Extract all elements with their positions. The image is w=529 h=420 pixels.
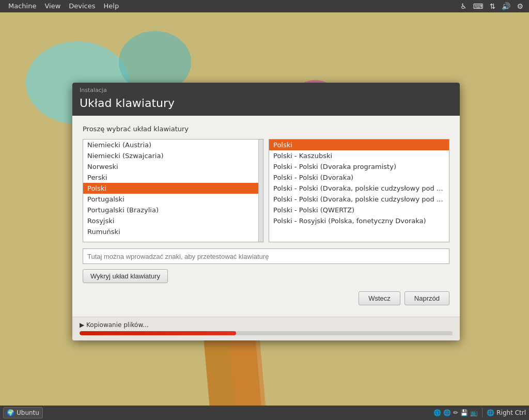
taskbar-app-item[interactable]: 🌍 Ubuntu: [3, 407, 43, 418]
taskbar-right: 🌐 🌐 ✏ 💾 📺 🌐 Right Ctrl: [433, 408, 526, 417]
accessibility-icon[interactable]: ♿: [459, 2, 469, 10]
volume-icon[interactable]: 🔊: [500, 2, 512, 10]
menu-view[interactable]: View: [40, 0, 65, 12]
progress-bar-fill: [80, 331, 236, 335]
variant-item[interactable]: Polski - Polski (Dvoraka): [269, 172, 449, 183]
nav-buttons: Wstecz Naprzód: [83, 291, 449, 305]
taskbar-icon1[interactable]: 🌐: [433, 409, 441, 416]
list-item[interactable]: Rumuński: [83, 226, 263, 237]
keyboard-test-input[interactable]: [83, 248, 449, 264]
menu-machine[interactable]: Machine: [4, 0, 40, 12]
taskbar-icon5[interactable]: 📺: [470, 409, 478, 416]
next-button[interactable]: Naprzód: [404, 291, 449, 305]
dialog-subtitle: Instalacja: [80, 87, 453, 94]
progress-label: ▶ Kopiowanie plików...: [80, 321, 453, 329]
list-item[interactable]: Portugalski: [83, 194, 263, 205]
taskbar-icon2[interactable]: 🌐: [443, 409, 451, 416]
taskbar-icon6[interactable]: 🌐: [487, 409, 494, 416]
list-item-selected[interactable]: Polski: [83, 183, 263, 194]
left-scrollbar-thumb[interactable]: [259, 206, 263, 223]
dialog-title: Układ klawiatury: [80, 97, 453, 110]
taskbar-divider: [482, 408, 483, 417]
menubar: Machine View Devices Help ♿ ⌨ ⇅ 🔊 ⚙: [0, 0, 529, 12]
keyboard-icon[interactable]: ⌨: [471, 2, 485, 10]
left-scrollbar[interactable]: [258, 139, 263, 242]
list-item[interactable]: Niemiecki (Austria): [83, 139, 263, 150]
taskbar-icon4[interactable]: 💾: [460, 409, 468, 416]
taskbar-label: Ubuntu: [17, 409, 39, 416]
menu-help[interactable]: Help: [100, 0, 123, 12]
menu-devices[interactable]: Devices: [65, 0, 99, 12]
detect-layout-button[interactable]: Wykryj układ klawiatury: [83, 269, 168, 283]
variant-item[interactable]: Polski - Polski (Dvoraka, polskie cudzys…: [269, 183, 449, 194]
list-item[interactable]: Niemiecki (Szwajcaria): [83, 150, 263, 161]
right-ctrl-label: Right Ctrl: [496, 409, 526, 416]
progress-bar: [80, 331, 453, 335]
list-item[interactable]: Perski: [83, 172, 263, 183]
variant-item[interactable]: Polski - Polski (QWERTZ): [269, 205, 449, 215]
list-item[interactable]: Rosyjski: [83, 215, 263, 226]
list-item[interactable]: Norweski: [83, 161, 263, 172]
lists-container: Niemiecki (Austria) Niemiecki (Szwajcari…: [83, 139, 449, 242]
dialog-content: Proszę wybrać układ klawiatury Niemiecki…: [72, 116, 460, 317]
dialog-window: Instalacja Układ klawiatury Proszę wybra…: [72, 83, 460, 340]
progress-area: ▶ Kopiowanie plików...: [72, 317, 460, 340]
network-icon[interactable]: ⇅: [488, 2, 497, 10]
dialog-header: Instalacja Układ klawiatury: [72, 83, 460, 116]
variant-item[interactable]: Polski - Kaszubski: [269, 150, 449, 161]
back-button[interactable]: Wstecz: [359, 291, 400, 305]
variant-list[interactable]: Polski Polski - Kaszubski Polski - Polsk…: [269, 139, 449, 242]
taskbar-icon3[interactable]: ✏: [453, 409, 458, 416]
variant-item[interactable]: Polski - Polski (Dvoraka programisty): [269, 161, 449, 172]
settings-icon[interactable]: ⚙: [515, 2, 525, 10]
language-list[interactable]: Niemiecki (Austria) Niemiecki (Szwajcari…: [83, 139, 263, 242]
taskbar: 🌍 Ubuntu 🌐 🌐 ✏ 💾 📺 🌐 Right Ctrl: [0, 406, 529, 420]
variant-item-selected[interactable]: Polski: [269, 139, 449, 150]
list-item[interactable]: Portugalski (Brazylia): [83, 205, 263, 215]
instruction-text: Proszę wybrać układ klawiatury: [83, 125, 449, 133]
taskbar-icon: 🌍: [7, 409, 14, 416]
variant-item[interactable]: Polski - Polski (Dvoraka, polskie cudzys…: [269, 194, 449, 205]
variant-item[interactable]: Polski - Rosyjski (Polska, fonetyczny Dv…: [269, 215, 449, 226]
